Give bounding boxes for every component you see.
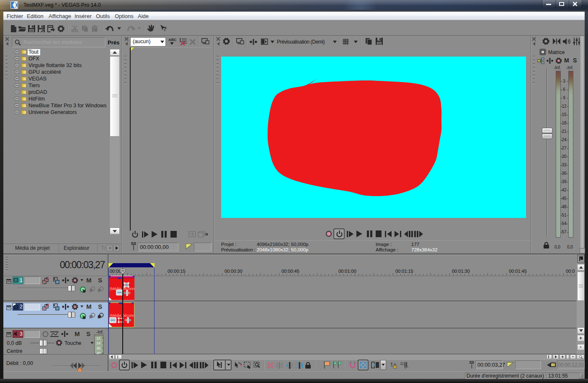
svg-text:?: ? [163, 25, 167, 32]
